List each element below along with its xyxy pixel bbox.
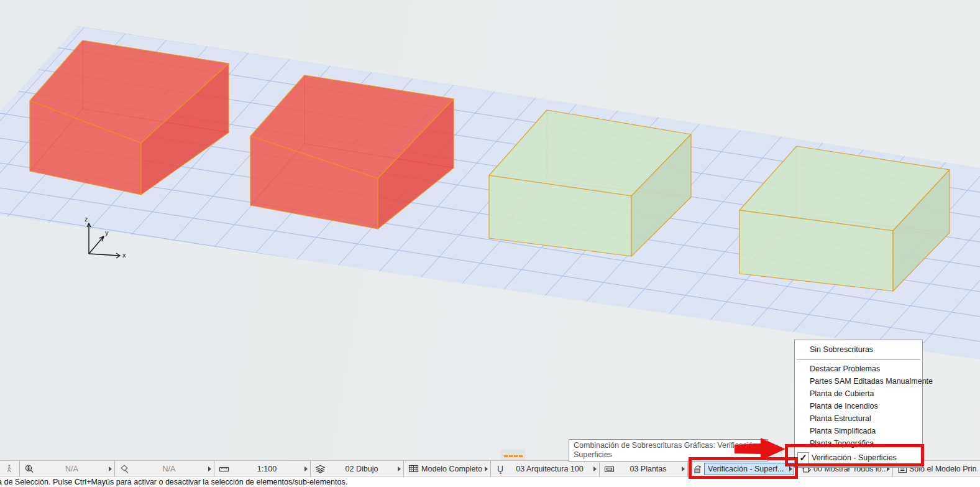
scale-segment[interactable]: 1:100 — [214, 461, 311, 476]
expand-arrow-icon[interactable] — [208, 466, 211, 471]
layer-combination-segment[interactable]: 02 Dibujo — [311, 461, 404, 476]
walk-icon — [4, 464, 15, 474]
menu-item-planta-cubierta[interactable]: Planta de Cubierta — [795, 387, 922, 400]
status-message: a de Selección. Pulse Ctrl+Mayús para ac… — [0, 478, 347, 486]
menu-item-planta-simplificada[interactable]: Planta Simplificada — [795, 425, 922, 437]
expand-arrow-icon[interactable] — [398, 466, 401, 471]
svg-text:x: x — [122, 251, 126, 259]
menu-item-planta-estructural[interactable]: Planta Estructural — [795, 412, 922, 425]
graphic-override-icon — [692, 464, 703, 474]
svg-text:z: z — [85, 215, 88, 223]
zoom-fit-icon — [24, 464, 35, 474]
menu-separator — [797, 359, 920, 360]
tooltip-line2: Superficies — [574, 450, 762, 460]
floorplan-cut-icon — [603, 464, 615, 474]
layer-combination-value: 02 Dibujo — [327, 465, 396, 473]
statusbar-tooltip: Combinación de Sobrescrituras Gráficas: … — [569, 439, 767, 462]
menu-item-destacar-problemas[interactable]: Destacar Problemas — [795, 363, 922, 375]
status-message-bar: a de Selección. Pulse Ctrl+Mayús para ac… — [0, 476, 980, 487]
menu-item-label: Verificación - Superficies — [812, 452, 897, 464]
floorplan-cut-segment[interactable]: 03 Plantas — [600, 461, 688, 476]
scale-value: 1:100 — [231, 465, 303, 473]
menu-item-sin-sobrescrituras[interactable]: Sin Sobrescrituras — [795, 342, 922, 358]
menu-item-planta-topografica[interactable]: Planta Topográfica — [795, 437, 922, 450]
zoom-option-value: N/A — [36, 465, 108, 473]
expand-arrow-icon[interactable] — [485, 466, 488, 471]
floorplan-cut-value: 03 Plantas — [616, 465, 680, 473]
zoom-option-segment[interactable]: N/A — [20, 461, 115, 476]
pen-set-segment[interactable]: Ų 03 Arquitectura 100 — [491, 461, 600, 476]
expand-arrow-icon[interactable] — [305, 466, 308, 471]
renovation-option-value: N/A — [131, 465, 207, 473]
checkmark-icon: ✓ — [797, 452, 809, 464]
graphic-override-value: Verificación - Superf... — [708, 465, 788, 473]
menu-item-partes-sam[interactable]: Partes SAM Editadas Manualmente — [795, 375, 922, 387]
walk-mode-segment[interactable] — [0, 461, 20, 476]
scale-ruler-icon — [218, 464, 229, 474]
menu-item-verificacion-superficies[interactable]: ✓ Verificación - Superficies — [795, 450, 922, 466]
layers-icon — [314, 464, 326, 474]
pen-set-value: 03 Arquitectura 100 — [507, 465, 592, 473]
expand-arrow-icon[interactable] — [593, 466, 597, 471]
model-view-segment[interactable]: Modelo Completo — [404, 461, 491, 476]
pen-set-icon: Ų — [495, 464, 506, 474]
graphic-override-selected-field[interactable]: Verificación - Superf... — [704, 463, 794, 475]
drag-dashes-icon — [504, 455, 523, 457]
expand-arrow-icon[interactable] — [109, 466, 112, 471]
menu-item-planta-incendios[interactable]: Planta de Incendios — [795, 400, 922, 412]
model-filter-icon — [408, 464, 419, 474]
svg-text:y: y — [105, 229, 109, 236]
tooltip-line1: Combinación de Sobrescrituras Gráficas: … — [574, 441, 762, 450]
graphic-override-segment[interactable]: Verificación - Superf... — [688, 461, 797, 476]
renovation-option-segment[interactable]: N/A — [115, 461, 214, 476]
graphic-override-popup: Sin Sobrescrituras Destacar Problemas Pa… — [794, 340, 923, 468]
model-view-value: Modelo Completo — [420, 465, 483, 473]
expand-arrow-icon[interactable] — [789, 466, 792, 471]
renovation-pencil-icon — [119, 464, 130, 474]
expand-arrow-icon[interactable] — [682, 466, 685, 471]
